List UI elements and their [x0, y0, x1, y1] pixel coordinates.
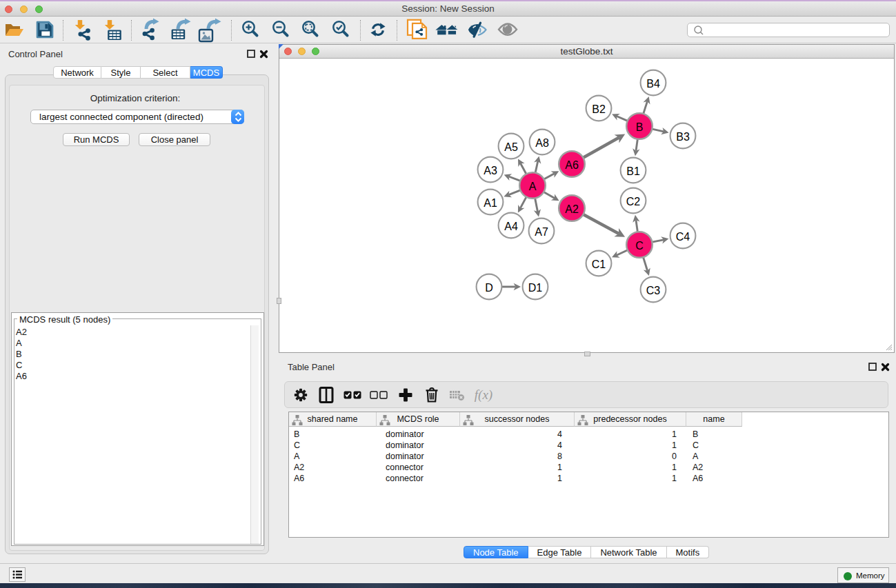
svg-text:A5: A5: [504, 141, 518, 153]
svg-text:A3: A3: [484, 165, 497, 176]
svg-text:A2: A2: [565, 203, 579, 215]
svg-text:D1: D1: [528, 282, 543, 294]
svg-text:C1: C1: [592, 258, 606, 270]
svg-text:A1: A1: [484, 197, 497, 209]
svg-text:B4: B4: [646, 78, 660, 90]
svg-text:C3: C3: [646, 285, 661, 296]
svg-text:C2: C2: [626, 196, 641, 207]
svg-text:A7: A7: [535, 226, 548, 238]
svg-text:B1: B1: [626, 165, 640, 177]
svg-text:f(x): f(x): [475, 387, 492, 403]
svg-text:A6: A6: [565, 159, 579, 171]
svg-text:C: C: [635, 240, 644, 252]
svg-text:B: B: [636, 121, 644, 133]
svg-text:B3: B3: [676, 131, 690, 143]
svg-text:A: A: [529, 181, 537, 192]
svg-text:A4: A4: [504, 221, 518, 232]
svg-text:A8: A8: [535, 137, 549, 149]
svg-text:C4: C4: [676, 231, 690, 243]
svg-text:D: D: [485, 282, 493, 294]
svg-text:B2: B2: [592, 103, 606, 115]
